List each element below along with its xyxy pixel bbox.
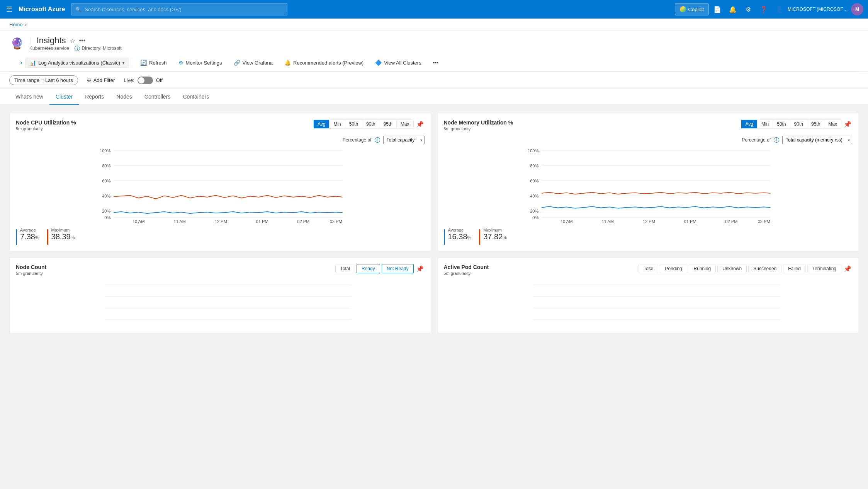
tab-whats-new[interactable]: What's new bbox=[9, 89, 49, 105]
memory-capacity-select-wrapper[interactable]: Total capacity (memory rss) bbox=[782, 136, 852, 144]
memory-avg-legend: Average 16.38% bbox=[444, 228, 472, 245]
feedback-icon[interactable]: 👤 bbox=[772, 2, 786, 16]
notifications-icon[interactable]: 🔔 bbox=[726, 2, 740, 16]
memory-chart-title: Node Memory Utilization % bbox=[444, 119, 513, 126]
svg-text:0%: 0% bbox=[532, 215, 538, 220]
monitor-settings-button[interactable]: ⚙ Monitor Settings bbox=[173, 57, 227, 68]
memory-capacity-select[interactable]: Total capacity (memory rss) bbox=[782, 136, 852, 144]
cpu-info-icon[interactable]: i bbox=[375, 137, 380, 143]
settings-icon[interactable]: ⚙ bbox=[741, 2, 755, 16]
cpu-chart-legend: Average 7.38% Maximum 38.39% bbox=[16, 228, 425, 245]
tab-cluster[interactable]: Cluster bbox=[49, 89, 79, 105]
node-total-btn[interactable]: Total bbox=[335, 264, 355, 273]
tab-reports[interactable]: Reports bbox=[79, 89, 110, 105]
pod-running-btn[interactable]: Running bbox=[689, 264, 716, 273]
cpu-max-value: 38.39% bbox=[51, 232, 75, 241]
cpu-btn-max[interactable]: Max bbox=[397, 120, 413, 128]
active-pod-title: Active Pod Count bbox=[444, 264, 489, 270]
add-filter-button[interactable]: ⊕ Add Filter bbox=[83, 75, 119, 85]
node-count-title-area: Node Count 5m granularity bbox=[16, 264, 46, 276]
cpu-pin-icon[interactable]: 📌 bbox=[415, 120, 425, 129]
pod-succeeded-btn[interactable]: Succeeded bbox=[748, 264, 781, 273]
memory-btn-50th[interactable]: 50th bbox=[773, 120, 790, 128]
cpu-btn-50th[interactable]: 50th bbox=[345, 120, 362, 128]
user-avatar[interactable]: M bbox=[851, 3, 863, 15]
cpu-btn-95th[interactable]: 95th bbox=[379, 120, 396, 128]
cloud-shell-icon[interactable]: 📄 bbox=[710, 2, 724, 16]
info-icon[interactable]: i bbox=[75, 46, 80, 51]
svg-text:0%: 0% bbox=[104, 215, 110, 220]
node-count-btns: Total Ready Not Ready bbox=[335, 264, 414, 273]
node-ready-btn[interactable]: Ready bbox=[357, 264, 380, 273]
cpu-max-legend: Maximum 38.39% bbox=[47, 228, 75, 245]
pod-unknown-btn[interactable]: Unknown bbox=[717, 264, 747, 273]
svg-text:100%: 100% bbox=[100, 148, 111, 153]
search-box[interactable]: 🔍 Search resources, services, and docs (… bbox=[71, 3, 287, 15]
search-icon: 🔍 bbox=[75, 7, 82, 12]
live-toggle[interactable] bbox=[138, 77, 153, 84]
kubernetes-icon: 🔮 bbox=[9, 36, 25, 51]
copilot-icon bbox=[680, 6, 686, 12]
menu-icon[interactable]: ☰ bbox=[5, 3, 14, 15]
cpu-avg-text: Average 7.38% bbox=[20, 228, 39, 241]
pod-total-btn[interactable]: Total bbox=[639, 264, 658, 273]
memory-chart-svg: 100% 80% 60% 40% 20% 0% 10 AM bbox=[444, 147, 853, 225]
more-options-icon[interactable]: ••• bbox=[79, 37, 86, 44]
cpu-chart-svg: 100% 80% 60% 40% 20% 0% bbox=[16, 147, 425, 225]
tab-controllers[interactable]: Controllers bbox=[138, 89, 177, 105]
pod-failed-btn[interactable]: Failed bbox=[783, 264, 806, 273]
svg-text:40%: 40% bbox=[530, 194, 538, 198]
svg-text:11 AM: 11 AM bbox=[174, 219, 186, 224]
charts-grid: Node CPU Utilization % 5m granularity Av… bbox=[9, 113, 859, 251]
memory-pin-icon[interactable]: 📌 bbox=[843, 120, 852, 129]
node-count-controls: Total Ready Not Ready 📌 bbox=[335, 264, 425, 273]
active-pod-header: Active Pod Count 5m granularity Total Pe… bbox=[444, 264, 853, 276]
favorite-icon[interactable]: ☆ bbox=[70, 37, 75, 44]
memory-btn-max[interactable]: Max bbox=[824, 120, 841, 128]
tabs-bar: What's new Cluster Reports Nodes Control… bbox=[0, 89, 868, 105]
active-pod-granularity: 5m granularity bbox=[444, 271, 489, 276]
memory-max-text: Maximum 37.82% bbox=[483, 228, 507, 241]
node-count-svg bbox=[16, 280, 425, 327]
toolbar-more-button[interactable]: ••• bbox=[428, 58, 443, 68]
memory-btn-avg[interactable]: Avg bbox=[741, 120, 757, 128]
memory-btn-95th[interactable]: 95th bbox=[807, 120, 824, 128]
tab-nodes[interactable]: Nodes bbox=[110, 89, 138, 105]
insights-title: Insights bbox=[37, 36, 66, 46]
view-all-clusters-button[interactable]: 🔷 View All Clusters bbox=[370, 57, 426, 68]
pod-pending-btn[interactable]: Pending bbox=[660, 264, 687, 273]
cpu-btn-avg[interactable]: Avg bbox=[314, 120, 330, 128]
memory-avg-label: Average bbox=[448, 228, 472, 232]
copilot-button[interactable]: Copilot bbox=[675, 3, 709, 15]
memory-btn-min[interactable]: Min bbox=[758, 120, 773, 128]
refresh-icon: 🔄 bbox=[140, 60, 147, 66]
svg-text:02 PM: 02 PM bbox=[725, 219, 737, 224]
time-range-filter[interactable]: Time range = Last 6 hours bbox=[9, 75, 78, 85]
node-count-pin-icon[interactable]: 📌 bbox=[415, 264, 425, 273]
filter-icon: ⊕ bbox=[87, 77, 91, 83]
memory-info-icon[interactable]: i bbox=[774, 137, 779, 143]
cpu-btn-90th[interactable]: 90th bbox=[362, 120, 379, 128]
memory-btn-90th[interactable]: 90th bbox=[790, 120, 807, 128]
pod-terminating-btn[interactable]: Terminating bbox=[807, 264, 841, 273]
expand-icon[interactable]: › bbox=[19, 58, 24, 68]
active-pod-pin-icon[interactable]: 📌 bbox=[843, 264, 852, 273]
recommended-alerts-button[interactable]: 🔔 Recommended alerts (Preview) bbox=[279, 57, 369, 68]
tab-containers[interactable]: Containers bbox=[177, 89, 215, 105]
home-link[interactable]: Home bbox=[9, 22, 23, 27]
log-analytics-nav[interactable]: 📊 Log Analytics visualizations (Classic)… bbox=[25, 58, 129, 68]
main-content: Node CPU Utilization % 5m granularity Av… bbox=[0, 105, 868, 341]
cpu-avg-label: Average bbox=[20, 228, 39, 232]
directory-label: Directory: Microsoft bbox=[82, 46, 121, 51]
cpu-capacity-select-wrapper[interactable]: Total capacity bbox=[383, 136, 425, 144]
view-grafana-button[interactable]: 🔗 View Grafana bbox=[229, 57, 278, 68]
node-count-title: Node Count bbox=[16, 264, 46, 270]
refresh-button[interactable]: 🔄 Refresh bbox=[135, 57, 172, 68]
view-grafana-label: View Grafana bbox=[243, 60, 273, 66]
memory-max-legend: Maximum 37.82% bbox=[479, 228, 507, 245]
svg-text:100%: 100% bbox=[527, 148, 538, 153]
help-icon[interactable]: ❓ bbox=[757, 2, 771, 16]
cpu-btn-min[interactable]: Min bbox=[330, 120, 345, 128]
node-not-ready-btn[interactable]: Not Ready bbox=[382, 264, 414, 273]
cpu-capacity-select[interactable]: Total capacity bbox=[383, 136, 425, 144]
